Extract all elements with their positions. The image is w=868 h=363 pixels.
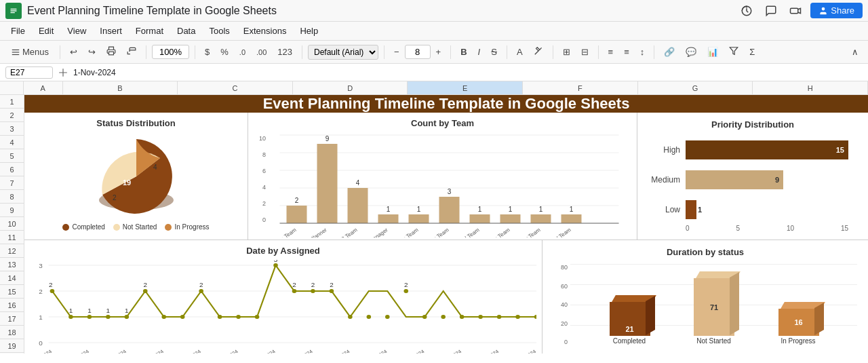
svg-text:9: 9: [326, 135, 330, 142]
menu-view[interactable]: View: [62, 24, 92, 37]
pie-legend: Completed Not Started In Progress: [62, 223, 209, 231]
share-button[interactable]: Share: [810, 3, 863, 18]
decrease-decimal-button[interactable]: .0: [235, 46, 250, 58]
svg-text:2: 2: [113, 194, 117, 202]
collapse-toolbar-button[interactable]: ∧: [848, 45, 863, 59]
print-button[interactable]: [102, 44, 120, 60]
svg-text:Design Team: Design Team: [390, 227, 420, 237]
menu-format[interactable]: Format: [130, 24, 169, 37]
italic-button[interactable]: I: [474, 45, 485, 59]
svg-text:1-Dec-2024: 1-Dec-2024: [288, 349, 313, 354]
functions-button[interactable]: Σ: [745, 45, 759, 59]
comment-button[interactable]: 💬: [682, 45, 701, 59]
row-1[interactable]: 1: [0, 95, 24, 109]
svg-text:29-Nov-2024: 29-Nov-2024: [471, 349, 500, 354]
col-header-b[interactable]: B: [63, 81, 178, 94]
menu-tools[interactable]: Tools: [203, 24, 235, 37]
svg-text:3-Nov-2024: 3-Nov-2024: [64, 349, 90, 354]
menu-help[interactable]: Help: [294, 24, 323, 37]
row-19[interactable]: 19: [0, 339, 24, 353]
svg-point-72: [311, 289, 315, 293]
row-20[interactable]: 20: [0, 353, 24, 354]
row-14[interactable]: 14: [0, 271, 24, 285]
menu-insert[interactable]: Insert: [94, 24, 127, 37]
link-button[interactable]: 🔗: [660, 45, 679, 59]
svg-text:2: 2: [311, 281, 315, 288]
chart-button[interactable]: 📊: [703, 45, 722, 59]
col-header-e[interactable]: E: [408, 81, 523, 94]
col-header-h[interactable]: H: [753, 81, 868, 94]
col-header-a[interactable]: A: [24, 81, 63, 94]
row-10[interactable]: 10: [0, 217, 24, 231]
cell-reference-input[interactable]: E27: [5, 66, 53, 79]
text-color-button[interactable]: A: [513, 45, 527, 59]
merge-button[interactable]: ⊟: [577, 45, 593, 59]
strikethrough-button[interactable]: S: [487, 45, 501, 59]
filter-button[interactable]: [725, 44, 743, 60]
svg-point-75: [367, 315, 372, 319]
menu-data[interactable]: Data: [172, 24, 201, 37]
row-8[interactable]: 8: [0, 190, 24, 204]
font-family-select[interactable]: Default (Arial): [308, 45, 378, 60]
menu-file[interactable]: File: [5, 24, 31, 37]
align-h-button[interactable]: ≡: [604, 45, 618, 59]
svg-text:PR Team: PR Team: [337, 227, 359, 237]
svg-text:25-Nov-2024: 25-Nov-2024: [248, 349, 277, 354]
menu-edit[interactable]: Edit: [33, 24, 59, 37]
row-12[interactable]: 12: [0, 244, 24, 258]
decrease-font-button[interactable]: −: [390, 45, 403, 59]
undo-button[interactable]: ↩: [66, 45, 81, 59]
row-9[interactable]: 9: [0, 204, 24, 217]
col-header-g[interactable]: G: [638, 81, 753, 94]
zoom-input[interactable]: 100%: [152, 45, 189, 59]
svg-text:1-Nov-2024: 1-Nov-2024: [30, 349, 53, 354]
svg-text:1: 1: [417, 206, 421, 213]
video-call-icon[interactable]: [786, 1, 805, 20]
row-6[interactable]: 6: [0, 163, 24, 176]
align-v-button[interactable]: ≡: [620, 45, 633, 59]
formula-input[interactable]: 1-Nov-2024: [73, 68, 863, 77]
paint-format-button[interactable]: [123, 44, 140, 60]
borders-button[interactable]: ⊞: [559, 45, 574, 59]
row-7[interactable]: 7: [0, 176, 24, 190]
row-4[interactable]: 4: [0, 136, 24, 149]
bottom-charts-row: Date by Assigned 3 2 1 0: [24, 240, 868, 354]
svg-text:3: 3: [39, 262, 42, 269]
comments-icon[interactable]: [762, 1, 781, 20]
row-3[interactable]: 3: [0, 122, 24, 136]
history-icon[interactable]: [737, 1, 756, 20]
currency-button[interactable]: $: [201, 45, 214, 59]
col-header-c[interactable]: C: [178, 81, 293, 94]
svg-text:2: 2: [144, 281, 147, 288]
bold-button[interactable]: B: [456, 45, 471, 59]
redo-button[interactable]: ↪: [84, 45, 100, 59]
row-11[interactable]: 11: [0, 231, 24, 244]
duration-chart-area: 80 60 40 20 0: [553, 261, 857, 354]
menu-extensions[interactable]: Extensions: [238, 24, 292, 37]
col-header-f[interactable]: F: [523, 81, 638, 94]
row-15[interactable]: 15: [0, 285, 24, 299]
row-17[interactable]: 17: [0, 312, 24, 326]
percent-button[interactable]: %: [216, 45, 233, 59]
rotate-text-button[interactable]: ↕: [636, 45, 649, 59]
font-size-input[interactable]: 8: [405, 45, 431, 59]
increase-decimal-button[interactable]: .00: [252, 46, 271, 58]
fill-color-button[interactable]: [530, 44, 547, 60]
menus-button[interactable]: Menus: [5, 45, 54, 59]
row-18[interactable]: 18: [0, 326, 24, 339]
toolbar-divider-8: [553, 45, 553, 59]
svg-text:2: 2: [404, 281, 408, 288]
row-16[interactable]: 16: [0, 299, 24, 312]
svg-text:1: 1: [509, 206, 513, 213]
increase-font-button[interactable]: +: [432, 45, 446, 59]
line-svg: 3 2 1 0: [30, 260, 536, 354]
col-header-d[interactable]: D: [293, 81, 408, 94]
toolbar-divider-4: [302, 45, 302, 59]
row-2[interactable]: 2: [0, 109, 24, 122]
svg-rect-25: [378, 214, 399, 223]
row-13[interactable]: 13: [0, 258, 24, 271]
svg-point-79: [441, 315, 446, 319]
row-5[interactable]: 5: [0, 149, 24, 163]
duration-bars: 21 Completed: [570, 261, 857, 354]
toolbar-divider-1: [60, 45, 60, 59]
